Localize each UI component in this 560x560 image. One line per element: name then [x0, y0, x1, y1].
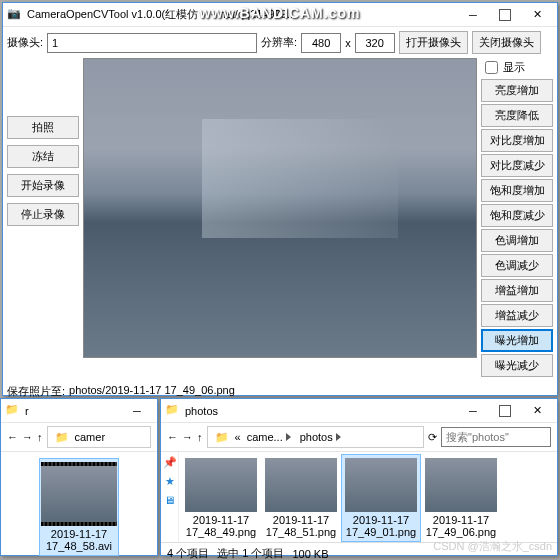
- right-panel: 显示 亮度增加亮度降低对比度增加对比度减少饱和度增加饱和度减少色调增加色调减少增…: [481, 58, 553, 380]
- show-checkbox-label[interactable]: 显示: [481, 58, 553, 77]
- back-button[interactable]: ←: [167, 431, 178, 443]
- folder-icon: 📁: [5, 403, 21, 419]
- body: 拍照冻结开始录像停止录像 显示 亮度增加亮度降低对比度增加对比度减少饱和度增加饱…: [3, 58, 557, 380]
- quick-access-icon[interactable]: 📌: [163, 456, 177, 469]
- forward-button[interactable]: →: [22, 431, 33, 443]
- file-item[interactable]: 2019-11-1717_48_51.png: [261, 454, 341, 542]
- left-panel: 拍照冻结开始录像停止录像: [7, 58, 79, 380]
- adjust-button[interactable]: 饱和度增加: [481, 179, 553, 202]
- titlebar: 📁 r ─: [1, 399, 157, 423]
- file-item[interactable]: 2019-11-1717_49_01.png: [341, 454, 421, 542]
- top-controls: 摄像头: 分辨率: x 打开摄像头 关闭摄像头: [3, 27, 557, 58]
- close-button[interactable]: ✕: [521, 401, 553, 421]
- up-button[interactable]: ↑: [197, 431, 203, 443]
- adjust-button[interactable]: 饱和度减少: [481, 204, 553, 227]
- camera-input[interactable]: [47, 33, 257, 53]
- adjust-button[interactable]: 曝光增加: [481, 329, 553, 352]
- file-name: 2019-11-1717_49_01.png: [346, 514, 416, 538]
- adjust-button[interactable]: 对比度减少: [481, 154, 553, 177]
- adjust-button[interactable]: 对比度增加: [481, 129, 553, 152]
- refresh-button[interactable]: ⟳: [428, 431, 437, 444]
- adjust-button[interactable]: 色调增加: [481, 229, 553, 252]
- explorer-window-1: 📁 r ─ ← → ↑ 📁camer 2019-11-17 17_48_58.a…: [0, 398, 158, 556]
- adjust-button[interactable]: 亮度降低: [481, 104, 553, 127]
- adjust-button[interactable]: 曝光减少: [481, 354, 553, 377]
- adjust-button[interactable]: 色调减少: [481, 254, 553, 277]
- desktop-icon[interactable]: 🖥: [164, 494, 175, 506]
- action-button[interactable]: 冻结: [7, 145, 79, 168]
- app-icon: 📷: [7, 7, 23, 23]
- breadcrumb[interactable]: 📁camer: [47, 426, 152, 448]
- file-name: 2019-11-1717_49_06.png: [426, 514, 496, 538]
- close-camera-button[interactable]: 关闭摄像头: [472, 31, 541, 54]
- adjust-button[interactable]: 亮度增加: [481, 79, 553, 102]
- main-window: www.BANDICAM.com 📷 CameraOpenCVTool v1.0…: [2, 2, 558, 396]
- adjust-button[interactable]: 增益增加: [481, 279, 553, 302]
- breadcrumb[interactable]: 📁« came... photos: [207, 426, 425, 448]
- explorer-window-2: 📁 photos ─ ✕ ← → ↑ 📁« came... photos ⟳ 📌…: [160, 398, 558, 556]
- back-button[interactable]: ←: [7, 431, 18, 443]
- folder-icon: 📁: [165, 403, 181, 419]
- maximize-button[interactable]: [489, 401, 521, 421]
- camera-label: 摄像头:: [7, 35, 43, 50]
- minimize-button[interactable]: ─: [457, 401, 489, 421]
- up-button[interactable]: ↑: [37, 431, 43, 443]
- adjust-button[interactable]: 增益减少: [481, 304, 553, 327]
- content: 📌 ★ 🖥 2019-11-1717_48_49.png2019-11-1717…: [161, 452, 557, 542]
- file-area[interactable]: 2019-11-1717_48_49.png2019-11-1717_48_51…: [179, 452, 557, 542]
- x-label: x: [345, 37, 351, 49]
- open-camera-button[interactable]: 打开摄像头: [399, 31, 468, 54]
- file-item[interactable]: 2019-11-17 17_48_58.avi: [39, 458, 119, 556]
- search-input[interactable]: [441, 427, 551, 447]
- toolbar: ← → ↑ 📁camer: [1, 423, 157, 452]
- close-button[interactable]: ✕: [521, 5, 553, 25]
- show-checkbox[interactable]: [485, 61, 498, 74]
- forward-button[interactable]: →: [182, 431, 193, 443]
- nav-pane[interactable]: 📌 ★ 🖥: [161, 452, 179, 542]
- save-path: photos/2019-11-17 17_49_06.png: [69, 384, 235, 399]
- file-item[interactable]: 2019-11-1717_48_49.png: [181, 454, 261, 542]
- titlebar: 📁 photos ─ ✕: [161, 399, 557, 423]
- resolution-label: 分辨率:: [261, 35, 297, 50]
- height-input[interactable]: [355, 33, 395, 53]
- file-item[interactable]: 2019-11-1717_49_06.png: [421, 454, 501, 542]
- window-title: photos: [185, 405, 457, 417]
- minimize-button[interactable]: ─: [121, 401, 153, 421]
- action-button[interactable]: 开始录像: [7, 174, 79, 197]
- file-name: 2019-11-17 17_48_58.avi: [43, 528, 115, 552]
- csdn-watermark: CSDN @浩瀚之水_csdn: [433, 539, 552, 554]
- camera-preview: [83, 58, 477, 358]
- save-label: 保存照片至:: [7, 384, 65, 399]
- maximize-button[interactable]: [489, 5, 521, 25]
- star-icon[interactable]: ★: [165, 475, 175, 488]
- file-name: 2019-11-1717_48_49.png: [186, 514, 256, 538]
- file-area[interactable]: 2019-11-17 17_48_58.avi: [1, 452, 157, 560]
- watermark: www.BANDICAM.com: [200, 5, 361, 21]
- action-button[interactable]: 停止录像: [7, 203, 79, 226]
- width-input[interactable]: [301, 33, 341, 53]
- minimize-button[interactable]: ─: [457, 5, 489, 25]
- action-button[interactable]: 拍照: [7, 116, 79, 139]
- window-title: r: [25, 405, 121, 417]
- toolbar: ← → ↑ 📁« came... photos ⟳: [161, 423, 557, 452]
- file-name: 2019-11-1717_48_51.png: [266, 514, 336, 538]
